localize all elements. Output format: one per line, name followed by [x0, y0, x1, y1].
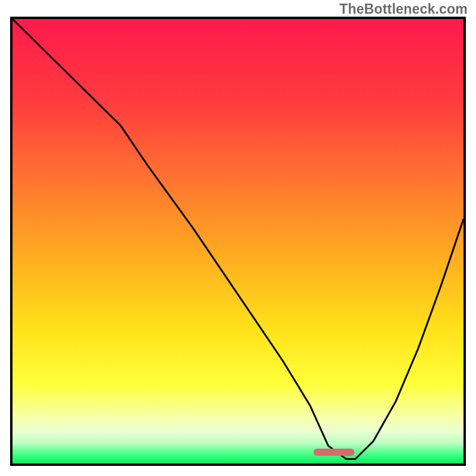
plot-frame — [10, 17, 466, 466]
optimal-marker — [314, 449, 355, 456]
curve-svg — [12, 19, 464, 464]
bottleneck-curve — [12, 19, 464, 459]
chart-root: TheBottleneck.com — [0, 0, 476, 476]
watermark-text: TheBottleneck.com — [339, 1, 468, 17]
